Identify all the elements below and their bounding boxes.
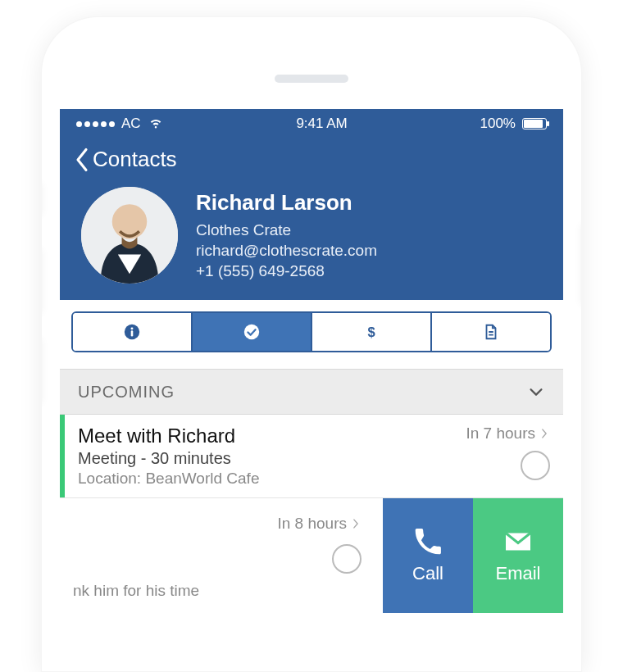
contact-phone: +1 (555) 649-2568 xyxy=(196,262,377,280)
tab-notes[interactable] xyxy=(432,313,550,351)
avatar xyxy=(81,187,178,284)
section-label: UPCOMING xyxy=(78,383,175,402)
swipe-actions: Call Email xyxy=(383,498,563,613)
chevron-down-icon xyxy=(527,383,545,401)
tab-deals[interactable]: $ xyxy=(312,313,432,351)
side-button xyxy=(41,247,42,312)
contact-company: Clothes Crate xyxy=(196,221,377,239)
svg-point-3 xyxy=(131,327,134,329)
event-complete-toggle[interactable] xyxy=(332,544,362,574)
battery-icon xyxy=(522,118,547,129)
svg-rect-4 xyxy=(131,330,134,336)
side-button xyxy=(41,181,42,214)
tab-activity[interactable] xyxy=(193,313,312,351)
back-label: Contacts xyxy=(93,147,177,172)
event-item-partial-row: In 8 hours nk him for his time Call xyxy=(60,498,563,613)
status-bar: AC 9:41 AM 100% xyxy=(60,109,563,138)
profile-row: Richard Larson Clothes Crate richard@clo… xyxy=(75,187,548,284)
svg-point-1 xyxy=(112,204,147,238)
battery-pct: 100% xyxy=(480,116,516,132)
chevron-left-icon xyxy=(75,148,89,172)
chevron-right-icon xyxy=(350,518,362,529)
profile-info: Richard Larson Clothes Crate richard@clo… xyxy=(196,190,377,280)
status-right: 100% xyxy=(480,116,547,132)
event-due: In 8 hours xyxy=(73,515,370,533)
carrier-label: AC xyxy=(121,116,141,132)
side-button xyxy=(41,337,42,402)
call-button[interactable]: Call xyxy=(383,498,473,613)
event-complete-toggle[interactable] xyxy=(521,451,550,480)
side-button xyxy=(581,222,582,304)
event-title: Meet with Richard xyxy=(78,425,419,447)
dollar-icon: $ xyxy=(362,323,380,341)
phone-frame: AC 9:41 AM 100% Contacts xyxy=(41,16,582,672)
email-button[interactable]: Email xyxy=(473,498,563,613)
wifi-icon xyxy=(148,114,164,134)
email-icon xyxy=(503,527,533,556)
event-item[interactable]: Meet with Richard Meeting - 30 minutes L… xyxy=(60,415,563,498)
status-left: AC xyxy=(76,114,164,134)
event-body: Meet with Richard Meeting - 30 minutes L… xyxy=(65,415,432,497)
svg-text:$: $ xyxy=(367,325,375,339)
event-due-label: In 8 hours xyxy=(278,515,348,533)
checkmark-circle-icon xyxy=(243,323,261,341)
status-time: 9:41 AM xyxy=(296,116,347,132)
event-location: Location: BeanWorld Cafe xyxy=(78,470,419,488)
phone-speaker xyxy=(275,75,348,83)
svg-point-5 xyxy=(244,325,259,339)
contact-header: Contacts Richard Lars xyxy=(60,138,563,300)
document-icon xyxy=(482,323,500,341)
info-icon xyxy=(123,323,141,341)
event-subtitle: Meeting - 30 minutes xyxy=(78,449,419,468)
contact-email: richard@clothescrate.com xyxy=(196,242,377,260)
phone-icon xyxy=(413,527,443,556)
tab-bar: $ xyxy=(71,311,552,352)
event-partial-text: nk him for his time xyxy=(73,582,370,600)
phone-inner: AC 9:41 AM 100% Contacts xyxy=(60,35,563,671)
email-label: Email xyxy=(495,563,540,584)
back-button[interactable]: Contacts xyxy=(75,147,548,172)
event-item-partial[interactable]: In 8 hours nk him for his time xyxy=(60,498,383,608)
screen: AC 9:41 AM 100% Contacts xyxy=(60,109,563,671)
event-right: In 7 hours xyxy=(432,415,563,497)
tab-info[interactable] xyxy=(73,313,193,351)
signal-dots-icon xyxy=(76,121,115,127)
chevron-right-icon xyxy=(539,428,550,439)
event-due-label: In 7 hours xyxy=(466,425,536,443)
section-upcoming[interactable]: UPCOMING xyxy=(60,369,563,415)
call-label: Call xyxy=(412,563,443,584)
contact-name: Richard Larson xyxy=(196,190,377,216)
event-due: In 7 hours xyxy=(466,425,551,443)
